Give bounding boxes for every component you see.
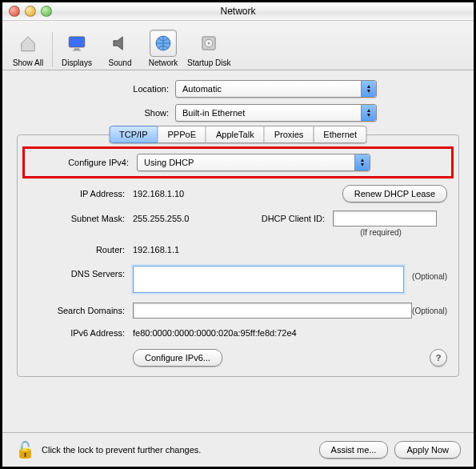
- tabbar: TCP/IP PPPoE AppleTalk Proxies Ethernet: [109, 126, 367, 143]
- dhcp-client-id-input[interactable]: [333, 210, 437, 226]
- svg-rect-0: [69, 37, 85, 47]
- toolbar-item-label: Startup Disk: [187, 58, 230, 67]
- chevron-updown-icon: ▲▼: [354, 154, 370, 170]
- configure-ipv4-value: Using DHCP: [144, 158, 194, 167]
- search-domains-hint: (Optional): [412, 307, 447, 315]
- dns-servers-input[interactable]: [133, 266, 404, 293]
- router-value: 192.168.1.1: [133, 245, 447, 255]
- toolbar-network[interactable]: Network: [142, 30, 184, 67]
- toolbar-displays[interactable]: Displays: [56, 30, 98, 67]
- ip-address-value: 192.168.1.10: [133, 189, 334, 198]
- toolbar-item-label: Show All: [13, 58, 43, 67]
- svg-rect-1: [74, 49, 80, 50]
- window-title: Network: [2, 6, 474, 17]
- disk-icon: [195, 30, 222, 57]
- location-popup[interactable]: Automatic ▲▼: [175, 80, 377, 98]
- show-label: Show:: [17, 108, 175, 118]
- tab-ethernet[interactable]: Ethernet: [314, 126, 367, 143]
- toolbar-startup-disk[interactable]: Startup Disk: [186, 30, 232, 67]
- toolbar-item-label: Displays: [62, 58, 92, 67]
- search-domains-label: Search Domains:: [29, 306, 125, 315]
- router-label: Router:: [29, 245, 125, 255]
- tab-label: Proxies: [274, 130, 304, 139]
- ipv6-address-value: fe80:0000:0000:0000:020a:95ff:fe8d:72e4: [133, 328, 447, 338]
- tab-pppoe[interactable]: PPPoE: [158, 126, 206, 143]
- dns-servers-hint: (Optional): [412, 266, 447, 281]
- help-icon: ?: [436, 353, 442, 363]
- dhcp-client-id-hint: (If required): [333, 228, 429, 237]
- assist-me-button[interactable]: Assist me...: [319, 441, 389, 459]
- svg-point-6: [208, 42, 210, 44]
- button-label: Renew DHCP Lease: [354, 189, 435, 198]
- subnet-mask-value: 255.255.255.0: [133, 214, 229, 223]
- content-area: Location: Automatic ▲▼ Show: Built-in Et…: [2, 70, 474, 432]
- show-popup[interactable]: Built-in Ethernet ▲▼: [175, 104, 377, 122]
- toolbar-separator: [52, 32, 53, 67]
- renew-dhcp-button[interactable]: Renew DHCP Lease: [342, 185, 447, 202]
- toolbar-item-label: Sound: [109, 58, 132, 67]
- toolbar-sound[interactable]: Sound: [99, 30, 141, 67]
- help-button[interactable]: ?: [430, 349, 447, 367]
- tab-label: AppleTalk: [216, 130, 254, 139]
- location-value: Automatic: [182, 84, 222, 94]
- toolbar-show-all[interactable]: Show All: [7, 30, 49, 67]
- tab-label: PPPoE: [168, 130, 196, 139]
- dns-servers-label: DNS Servers:: [29, 266, 125, 279]
- tab-label: Ethernet: [323, 130, 357, 139]
- home-icon: [14, 30, 42, 57]
- svg-rect-2: [73, 50, 81, 51]
- toolbar-item-label: Network: [149, 58, 178, 67]
- configure-ipv4-popup[interactable]: Using DHCP ▲▼: [137, 154, 370, 171]
- chevron-updown-icon: ▲▼: [361, 81, 376, 97]
- speaker-icon: [106, 30, 134, 57]
- globe-icon: [150, 30, 177, 57]
- toolbar: Show All Displays Sound Network Startup: [2, 21, 474, 70]
- lock-control[interactable]: 🔓: [15, 440, 35, 459]
- search-domains-input[interactable]: [133, 303, 412, 319]
- footer: 🔓 Click the lock to prevent further chan…: [2, 432, 474, 467]
- configure-ipv6-button[interactable]: Configure IPv6...: [133, 349, 222, 367]
- titlebar: Network: [2, 2, 474, 21]
- show-value: Built-in Ethernet: [182, 108, 245, 118]
- tab-tcpip[interactable]: TCP/IP: [109, 126, 158, 143]
- dhcp-client-id-label: DHCP Client ID:: [237, 214, 325, 223]
- highlight-box: Configure IPv4: Using DHCP ▲▼: [22, 146, 454, 178]
- button-label: Configure IPv6...: [145, 353, 210, 363]
- apply-now-button[interactable]: Apply Now: [394, 441, 461, 459]
- lock-text: Click the lock to prevent further change…: [42, 445, 201, 455]
- chevron-updown-icon: ▲▼: [361, 105, 376, 121]
- configure-ipv4-label: Configure IPv4:: [33, 158, 129, 167]
- lock-open-icon: 🔓: [15, 440, 35, 459]
- ipv6-address-label: IPv6 Address:: [29, 328, 125, 338]
- subnet-mask-label: Subnet Mask:: [29, 214, 125, 223]
- network-prefpane-window: Network Show All Displays Sound Ne: [2, 2, 474, 467]
- button-label: Apply Now: [406, 445, 449, 455]
- tabs-frame: TCP/IP PPPoE AppleTalk Proxies Ethernet …: [17, 134, 459, 377]
- tab-proxies[interactable]: Proxies: [265, 126, 314, 143]
- display-icon: [63, 30, 90, 57]
- ip-address-label: IP Address:: [29, 189, 125, 198]
- button-label: Assist me...: [331, 445, 377, 455]
- tab-label: TCP/IP: [119, 130, 147, 139]
- tab-appletalk[interactable]: AppleTalk: [206, 126, 265, 143]
- location-label: Location:: [17, 84, 175, 94]
